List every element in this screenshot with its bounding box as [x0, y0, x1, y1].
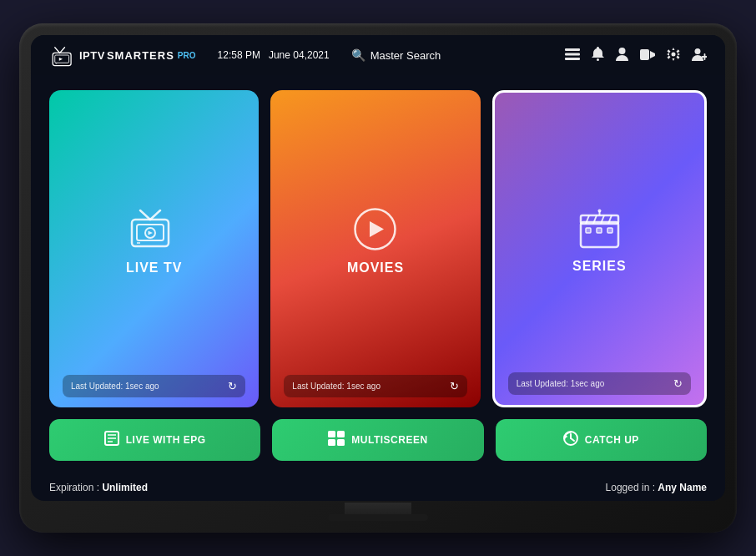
svg-rect-43: [328, 439, 335, 446]
iptv-logo-icon: [49, 43, 76, 67]
svg-point-13: [672, 52, 676, 56]
movies-card[interactable]: MOVIES Last Updated: 1sec ago ↻: [270, 90, 480, 407]
logo-smarters: SMARTERS: [107, 49, 174, 62]
expiration-label: Expiration : Unlimited: [49, 482, 148, 493]
login-info: Logged in : Any Name: [606, 479, 707, 494]
live-tv-title: LIVE TV: [126, 260, 182, 275]
search-label: Master Search: [370, 49, 441, 62]
tv-frame: IPTV SMARTERS PRO 12:58 PM June 04,2021 …: [19, 23, 737, 533]
svg-line-47: [571, 438, 574, 441]
cards-row: LIVE TV Last Updated: 1sec ago ↻: [49, 90, 707, 407]
svg-line-18: [150, 210, 160, 220]
svg-point-36: [597, 209, 601, 212]
tv-screen: IPTV SMARTERS PRO 12:58 PM June 04,2021 …: [31, 35, 725, 501]
svg-rect-33: [597, 228, 602, 233]
login-label: Logged in : Any Name: [606, 482, 707, 493]
header: IPTV SMARTERS PRO 12:58 PM June 04,2021 …: [31, 35, 725, 75]
series-card[interactable]: SERIES Last Updated: 1sec ago ↻: [492, 90, 707, 407]
multiscreen-button[interactable]: MULTISCREEN: [272, 419, 483, 461]
bottom-buttons-row: LIVE WITH EPG MULTISCREEN: [49, 419, 707, 461]
catch-up-button[interactable]: CATCH UP: [496, 419, 707, 461]
logo-pro: PRO: [178, 51, 196, 60]
movies-footer: Last Updated: 1sec ago ↻: [284, 375, 466, 397]
svg-line-17: [140, 210, 150, 220]
svg-rect-32: [586, 228, 591, 233]
svg-line-1: [60, 48, 65, 53]
multiscreen-label: MULTISCREEN: [351, 434, 427, 446]
user-add-icon[interactable]: [692, 48, 707, 63]
svg-rect-7: [565, 53, 580, 55]
movies-title: MOVIES: [347, 260, 404, 275]
svg-rect-44: [337, 439, 345, 446]
svg-point-9: [597, 58, 599, 61]
notification-icon[interactable]: [592, 47, 604, 63]
live-tv-card[interactable]: LIVE TV Last Updated: 1sec ago ↻: [49, 90, 259, 407]
svg-rect-42: [337, 431, 345, 437]
logo-area: IPTV SMARTERS PRO: [49, 43, 196, 67]
svg-marker-22: [148, 231, 153, 235]
svg-rect-11: [640, 49, 649, 60]
date-display: June 04,2021: [269, 49, 330, 61]
svg-rect-34: [607, 228, 612, 233]
clapper-icon: [577, 209, 622, 250]
live-tv-footer: Last Updated: 1sec ago ↻: [63, 375, 245, 397]
tv-card-icon: [125, 206, 184, 252]
series-refresh-icon[interactable]: ↻: [673, 377, 683, 390]
svg-line-0: [55, 48, 60, 53]
svg-point-14: [695, 48, 701, 54]
series-updated: Last Updated: 1sec ago: [517, 379, 605, 388]
logo-text: IPTV SMARTERS PRO: [79, 49, 196, 62]
series-title: SERIES: [572, 259, 627, 274]
screen-content: IPTV SMARTERS PRO 12:58 PM June 04,2021 …: [31, 35, 725, 501]
live-tv-icon-area: LIVE TV: [125, 107, 184, 375]
profile-icon[interactable]: [616, 47, 628, 63]
video-icon[interactable]: [640, 48, 655, 63]
datetime-display: 12:58 PM June 04,2021: [218, 49, 330, 61]
movies-updated: Last Updated: 1sec ago: [292, 382, 381, 391]
svg-point-10: [619, 48, 626, 54]
clock-icon: [563, 431, 578, 449]
multiscreen-icon: [328, 431, 345, 449]
logo-iptv: IPTV: [79, 49, 105, 62]
footer-bar: Expiration : Unlimited Logged in : Any N…: [31, 473, 725, 501]
expiration-value: Unlimited: [102, 482, 148, 493]
svg-rect-6: [565, 48, 580, 51]
settings-icon[interactable]: [667, 48, 680, 63]
header-icons: [565, 47, 707, 63]
live-tv-updated: Last Updated: 1sec ago: [71, 382, 159, 391]
svg-marker-48: [565, 435, 568, 438]
time-display: 12:58 PM: [218, 49, 260, 61]
search-icon: 🔍: [351, 48, 365, 62]
svg-rect-41: [328, 431, 335, 437]
book-icon: [104, 431, 119, 449]
series-icon-area: SERIES: [572, 109, 627, 372]
svg-marker-4: [59, 58, 63, 61]
live-epg-label: LIVE WITH EPG: [126, 434, 206, 446]
expiration-info: Expiration : Unlimited: [49, 479, 148, 494]
svg-rect-8: [565, 58, 580, 60]
play-circle-icon: [352, 206, 398, 252]
svg-marker-12: [650, 51, 655, 58]
svg-marker-25: [370, 221, 384, 237]
login-value: Any Name: [658, 482, 707, 493]
series-footer: Last Updated: 1sec ago ↻: [508, 372, 691, 395]
channel-list-icon[interactable]: [565, 48, 580, 63]
movies-icon-area: MOVIES: [347, 107, 404, 375]
master-search[interactable]: 🔍 Master Search: [351, 48, 441, 62]
tv-stand: [345, 503, 411, 521]
live-epg-button[interactable]: LIVE WITH EPG: [49, 419, 260, 461]
movies-refresh-icon[interactable]: ↻: [450, 380, 459, 392]
live-tv-refresh-icon[interactable]: ↻: [228, 380, 237, 392]
main-content: LIVE TV Last Updated: 1sec ago ↻: [31, 75, 725, 473]
svg-rect-26: [581, 222, 618, 247]
catch-up-label: CATCH UP: [585, 434, 639, 446]
